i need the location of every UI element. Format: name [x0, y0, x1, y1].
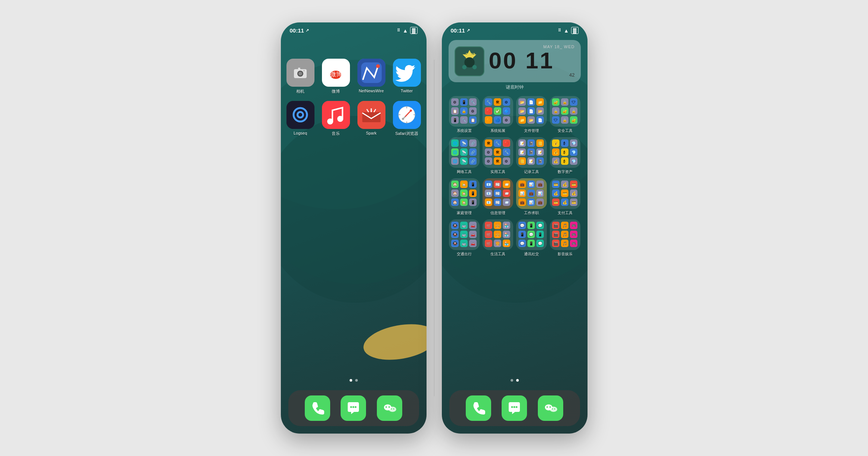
dock-phone-right[interactable] [466, 395, 491, 421]
folder-label-transportation: 交通出行 [457, 252, 472, 257]
status-left-right: 00:11 ↗ [451, 27, 470, 34]
dot-2 [355, 379, 358, 382]
folder-icon-home-management[interactable]: 🏠 🏡 📱 🏠 🏡 📱 🏠 🏡 📱 [449, 178, 480, 209]
folder-label-security-tools: 安全工具 [558, 128, 573, 133]
folder-home-management[interactable]: 🏠 🏡 📱 🏠 🏡 📱 🏠 🏡 📱 家庭管理 [449, 178, 480, 216]
svg-point-41 [514, 406, 515, 408]
dot-r2 [516, 379, 519, 382]
folder-network-tools[interactable]: 🌐 📡 🔗 🌐 📡 🔗 🌐 📡 🔗 网络工具 [449, 137, 480, 175]
dock-messages-right[interactable] [502, 395, 527, 421]
folder-system-extensions[interactable]: 🔧 🛠 ⚙ 🔴 ✅ 🔷 🟠 🔵 ⚙ 系统拓展 [483, 96, 513, 133]
planet-decoration [360, 319, 426, 365]
safari-icon[interactable] [393, 101, 421, 129]
folder-work-jobs[interactable]: 💼 📊 💼 📊 💼 📊 💼 📊 💼 工作求职 [516, 178, 547, 216]
folder-icon-digital-assets[interactable]: 💰 ₿ 💎 💰 ₿ 💎 💰 ₿ 💎 [550, 137, 580, 168]
widget-minutes: 11 [526, 47, 554, 73]
svg-point-33 [391, 409, 392, 410]
spark-icon[interactable] [357, 101, 385, 129]
battery-icon-right: ▓ [571, 27, 578, 34]
dock-wechat[interactable] [377, 395, 402, 421]
folder-icon-network-tools[interactable]: 🌐 📡 🔗 🌐 📡 🔗 🌐 📡 🔗 [449, 137, 480, 168]
folder-label-entertainment: 影音娱乐 [558, 252, 573, 257]
svg-point-25 [402, 118, 404, 120]
music-icon[interactable] [322, 101, 350, 129]
folder-icon-payment-tools[interactable]: 💳 💰 💳 💰 💳 💰 💳 💰 💳 [550, 178, 580, 209]
app-netnewswire[interactable]: NetNewsWire [357, 59, 385, 94]
clock-widget[interactable]: 2022 MAY 18_ WED 00 11 42 [449, 40, 581, 82]
folder-icon-info-management[interactable]: 📧 📰 📨 📧 📰 📨 📧 📰 📨 [483, 178, 513, 209]
dock-messages[interactable] [341, 395, 366, 421]
battery-icon: ▓ [410, 27, 417, 34]
weibo-icon[interactable]: 微博 [322, 59, 350, 87]
camera-icon[interactable] [286, 59, 314, 87]
folder-digital-assets[interactable]: 💰 ₿ 💎 💰 ₿ 💎 💰 ₿ 💎 数字资产 [550, 137, 580, 175]
folder-record-tools[interactable]: 📝 📓 📒 📝 📓 📝 📒 📝 📓 记录工具 [516, 137, 547, 175]
app-weibo[interactable]: 微博 微博 [322, 59, 350, 94]
app-camera[interactable]: 相机 [286, 59, 314, 94]
app-music[interactable]: 音乐 [322, 101, 350, 136]
svg-point-11 [376, 64, 380, 68]
folder-transportation[interactable]: 🚇 🚌 🚗 🚇 🚌 🚗 🚇 🚌 🚗 交通出行 [449, 219, 480, 257]
folder-icon-work-jobs[interactable]: 💼 📊 💼 📊 💼 📊 💼 📊 💼 [516, 178, 547, 209]
music-label: 音乐 [332, 131, 340, 136]
app-spark[interactable]: Spark [357, 101, 385, 136]
svg-point-18 [327, 118, 333, 124]
folder-utility-tools[interactable]: 🛠 🔧 🔴 ⚙ 🛠 🔧 ⚙ 🛠 ⚙ 实用工具 [483, 137, 513, 175]
svg-point-42 [516, 406, 518, 408]
folder-icon-social[interactable]: 💬 📱 💬 📱 💬 📱 💬 📱 💬 [516, 219, 547, 250]
widget-big-time: 00 11 [489, 49, 575, 72]
folder-icon-entertainment[interactable]: 🎬 🎵 🎮 🎬 🎵 🎮 🎬 🎵 🎮 [550, 219, 580, 250]
dot-1 [350, 379, 352, 382]
wave-3 [281, 116, 427, 303]
folder-life-tools[interactable]: 🛒 🍔 🏪 🛒 🍔 🏪 🛒 🍔 🏪 生活工具 [483, 219, 513, 257]
dock-wechat-right[interactable] [538, 395, 563, 421]
folder-icon-record-tools[interactable]: 📝 📓 📒 📝 📓 📝 📒 📝 📓 [516, 137, 547, 168]
folder-label-info-management: 信息管理 [490, 210, 505, 216]
svg-point-38 [472, 65, 477, 69]
folder-label-digital-assets: 数字资产 [558, 169, 573, 175]
folder-label-life-tools: 生活工具 [490, 252, 505, 257]
netnewswire-icon[interactable] [357, 59, 385, 87]
folder-label-utility-tools: 实用工具 [490, 169, 505, 175]
time-display: 00:11 [290, 27, 304, 34]
folder-icon-file-management[interactable]: 📂 📄 📁 📂 📄 📂 📁 📂 📄 [516, 96, 547, 127]
svg-point-32 [388, 406, 390, 408]
logseq-icon[interactable] [286, 101, 314, 129]
folder-payment-tools[interactable]: 💳 💰 💳 💰 💳 💰 💳 💰 💳 支付工具 [550, 178, 580, 216]
folder-icon-life-tools[interactable]: 🛒 🍔 🏪 🛒 🍔 🏪 🛒 🍔 🏪 [483, 219, 513, 250]
folder-icon-system-settings[interactable]: ⚙ 📱 🔧 📋 🔒 ⚙ 📱 🔧 📋 [449, 96, 480, 127]
svg-text:2022: 2022 [465, 52, 475, 57]
time-display-right: 00:11 [451, 27, 465, 34]
page-dots-right [442, 379, 588, 387]
folder-icon-transportation[interactable]: 🚇 🚌 🚗 🚇 🚌 🚗 🚇 🚌 🚗 [449, 219, 480, 250]
folder-icon-system-extensions[interactable]: 🔧 🛠 ⚙ 🔴 ✅ 🔷 🟠 🔵 ⚙ [483, 96, 513, 127]
folder-icon-security-tools[interactable]: 🔐 🔒 🛡 🔒 🔐 🔒 🛡 🔒 🔐 [550, 96, 580, 127]
right-phone: 00:11 ↗ ⠿ ▲ ▓ 2022 MAY 18_ WED [442, 22, 588, 434]
folder-file-management[interactable]: 📂 📄 📁 📂 📄 📂 📁 📂 📄 文件管理 [516, 96, 547, 133]
folder-info-management[interactable]: 📧 📰 📨 📧 📰 📨 📧 📰 📨 信息管理 [483, 178, 513, 216]
svg-point-48 [554, 409, 555, 410]
svg-point-28 [355, 406, 357, 408]
folder-label-home-management: 家庭管理 [457, 210, 472, 216]
weibo-label: 微博 [332, 89, 340, 94]
svg-point-34 [393, 409, 394, 410]
folder-entertainment[interactable]: 🎬 🎵 🎮 🎬 🎵 🎮 🎬 🎵 🎮 影音娱乐 [550, 219, 580, 257]
page-dots [281, 379, 427, 387]
dock-phone[interactable] [305, 395, 330, 421]
spark-label: Spark [366, 131, 377, 135]
svg-point-47 [552, 409, 553, 410]
folder-label-social: 通讯社交 [524, 252, 539, 257]
app-grid: 相机 微博 微博 NetNewsWire [281, 36, 427, 144]
app-twitter[interactable]: Twitter [393, 59, 421, 94]
folder-icon-utility-tools[interactable]: 🛠 🔧 🔴 ⚙ 🛠 🔧 ⚙ 🛠 ⚙ [483, 137, 513, 168]
folder-social[interactable]: 💬 📱 💬 📱 💬 📱 💬 📱 💬 通讯社交 [516, 219, 547, 257]
app-logseq[interactable]: Logseq [286, 101, 314, 136]
svg-point-5 [303, 70, 305, 71]
svg-point-24 [410, 110, 412, 112]
widget-hours: 00 [489, 47, 518, 73]
folder-security-tools[interactable]: 🔐 🔒 🛡 🔒 🔐 🔒 🛡 🔒 🔐 安全工具 [550, 96, 580, 133]
folder-system-settings[interactable]: ⚙ 📱 🔧 📋 🔒 ⚙ 📱 🔧 📋 系统设置 [449, 96, 480, 133]
twitter-icon[interactable] [393, 59, 421, 87]
app-safari[interactable]: Safari浏览器 [393, 101, 421, 136]
status-right-right: ⠿ ▲ ▓ [558, 27, 578, 34]
